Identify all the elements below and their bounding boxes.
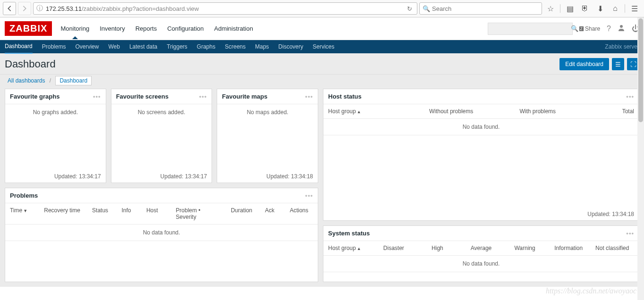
col-ack[interactable]: Ack xyxy=(265,207,281,220)
subnav-discovery[interactable]: Discovery xyxy=(279,40,304,53)
col-hostgroup[interactable]: Host group▲ xyxy=(328,245,372,251)
menu-icon[interactable]: ☰ xyxy=(628,2,641,15)
widget-title: Favourite screens xyxy=(116,93,169,100)
widget-fav-screens: Favourite screens ••• No screens added. … xyxy=(111,89,212,183)
widget-footer: Updated: 13:34:17 xyxy=(5,170,106,183)
breadcrumb: All dashboards / Dashboard xyxy=(0,75,644,89)
table-header: Time▼ Recovery time Status Info Host Pro… xyxy=(5,203,318,225)
widget-header: System status ••• xyxy=(323,226,639,241)
col-hostgroup[interactable]: Host group▲ xyxy=(328,108,408,115)
subnav-problems[interactable]: Problems xyxy=(42,40,66,53)
col-high[interactable]: High xyxy=(415,245,459,251)
menu-monitoring[interactable]: Monitoring xyxy=(60,18,89,39)
col-information[interactable]: Information xyxy=(547,245,591,251)
more-icon[interactable]: ••• xyxy=(305,93,313,100)
col-host[interactable]: Host xyxy=(146,207,167,220)
col-recovery[interactable]: Recovery time xyxy=(44,207,84,220)
subnav-services[interactable]: Services xyxy=(313,40,334,53)
subnav-triggers[interactable]: Triggers xyxy=(167,40,187,53)
top-menu: Monitoring Inventory Reports Configurati… xyxy=(60,18,253,39)
more-icon[interactable]: ••• xyxy=(93,93,101,100)
url-bar[interactable]: ⓘ 172.25.53.11/zabbix/zabbix.php?action=… xyxy=(33,2,417,15)
svg-point-0 xyxy=(620,25,623,28)
widget-footer: Updated: 13:34:18 xyxy=(217,170,318,183)
col-disaster[interactable]: Disaster xyxy=(372,245,416,251)
col-actions[interactable]: Actions xyxy=(290,207,313,220)
more-icon[interactable]: ••• xyxy=(626,230,634,237)
more-icon[interactable]: ••• xyxy=(305,192,313,199)
col-total[interactable]: Total xyxy=(581,108,634,115)
right-column: Host status ••• Host group▲ Without prob… xyxy=(323,89,639,282)
downloads-icon[interactable]: ⬇ xyxy=(593,2,607,15)
zabbix-search-input[interactable] xyxy=(491,25,571,32)
widget-header: Favourite maps ••• xyxy=(217,89,318,104)
widget-system-status: System status ••• Host group▲ Disaster H… xyxy=(323,225,639,282)
help-icon[interactable]: ? xyxy=(607,25,611,33)
zabbix-logo[interactable]: ZABBIX xyxy=(5,21,52,36)
zabbix-search[interactable]: 🔍 xyxy=(488,23,573,35)
subnav-maps[interactable]: Maps xyxy=(255,40,269,53)
col-with[interactable]: With problems xyxy=(494,108,581,115)
more-icon[interactable]: ••• xyxy=(626,93,634,100)
menu-inventory[interactable]: Inventory xyxy=(100,18,125,39)
subnav-dashboard[interactable]: Dashboard xyxy=(5,40,33,54)
widget-body: No maps added. xyxy=(217,104,318,170)
widget-header: Host status ••• xyxy=(323,89,639,104)
menu-configuration[interactable]: Configuration xyxy=(167,18,203,39)
scroll-thumb[interactable] xyxy=(638,18,643,122)
col-warning[interactable]: Warning xyxy=(503,245,547,251)
breadcrumb-root[interactable]: All dashboards xyxy=(8,77,45,84)
home-icon[interactable]: ⌂ xyxy=(609,2,622,15)
widget-header: Problems ••• xyxy=(5,188,318,203)
subnav-graphs[interactable]: Graphs xyxy=(197,40,215,53)
subnav-web[interactable]: Web xyxy=(108,40,119,53)
scrollbar[interactable] xyxy=(637,17,644,300)
breadcrumb-sep: / xyxy=(50,77,51,84)
widget-title: System status xyxy=(328,230,370,237)
browser-search[interactable]: 🔍 xyxy=(419,2,542,15)
col-duration[interactable]: Duration xyxy=(231,207,256,220)
widget-header: Favourite graphs ••• xyxy=(5,89,106,104)
separator xyxy=(625,4,625,13)
search-icon[interactable]: 🔍 xyxy=(571,25,578,32)
col-without[interactable]: Without problems xyxy=(408,108,494,115)
subnav-screens[interactable]: Screens xyxy=(225,40,246,53)
col-info[interactable]: Info xyxy=(121,207,138,220)
widget-fav-graphs: Favourite graphs ••• No graphs added. Up… xyxy=(5,89,106,183)
url-text: 172.25.53.11/zabbix/zabbix.php?action=da… xyxy=(46,5,402,12)
search-icon: 🔍 xyxy=(423,5,430,12)
breadcrumb-current[interactable]: Dashboard xyxy=(55,76,92,85)
reload-icon[interactable]: ↻ xyxy=(405,5,414,12)
no-data: No data found. xyxy=(323,119,639,135)
no-data: No data found. xyxy=(323,256,639,272)
col-problem[interactable]: Problem • Severity xyxy=(176,207,222,220)
info-icon[interactable]: ⓘ xyxy=(36,4,43,13)
col-status[interactable]: Status xyxy=(92,207,113,220)
more-icon[interactable]: ••• xyxy=(199,93,207,100)
widget-fav-maps: Favourite maps ••• No maps added. Update… xyxy=(217,89,318,183)
list-icon[interactable]: ☰ xyxy=(612,58,624,70)
bookmark-icon[interactable]: ☆ xyxy=(544,2,557,15)
subnav-overview[interactable]: Overview xyxy=(75,40,99,53)
dashboard-grid: Favourite graphs ••• No graphs added. Up… xyxy=(0,89,644,287)
widget-footer: Updated: 13:34:17 xyxy=(111,170,212,183)
col-notclassified[interactable]: Not classified xyxy=(590,245,634,251)
widget-body: No graphs added. xyxy=(5,104,106,170)
col-average[interactable]: Average xyxy=(459,245,503,251)
menu-reports[interactable]: Reports xyxy=(136,18,157,39)
no-data: No data found. xyxy=(5,225,318,241)
subnav-latest-data[interactable]: Latest data xyxy=(129,40,157,53)
library-icon[interactable]: ▤ xyxy=(563,2,576,15)
col-time[interactable]: Time▼ xyxy=(10,207,35,220)
edit-dashboard-button[interactable]: Edit dashboard xyxy=(559,58,609,70)
forward-button[interactable] xyxy=(18,2,31,15)
share-button[interactable]: ZShare xyxy=(579,25,601,32)
back-button[interactable] xyxy=(3,2,16,15)
menu-administration[interactable]: Administration xyxy=(214,18,253,39)
table-header: Host group▲ Without problems With proble… xyxy=(323,104,639,119)
widget-header: Favourite screens ••• xyxy=(111,89,212,104)
user-icon[interactable] xyxy=(618,24,625,33)
sub-nav: Dashboard Problems Overview Web Latest d… xyxy=(0,40,644,53)
pocket-icon[interactable]: ⛨ xyxy=(578,2,592,15)
browser-search-input[interactable] xyxy=(432,5,539,12)
